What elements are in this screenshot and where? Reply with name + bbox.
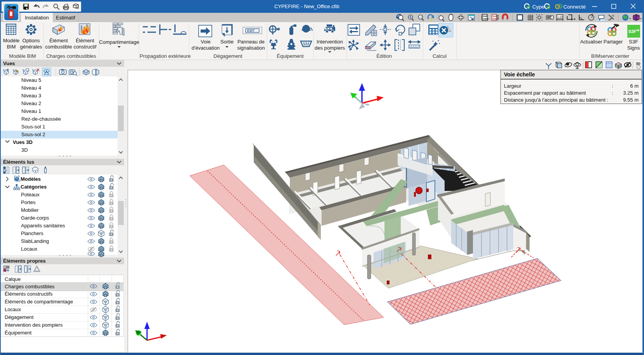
svg-text:Cype: Cype — [532, 4, 545, 10]
svg-text:Connecté: Connecté — [563, 4, 586, 10]
svg-text:1.00: 1.00 — [557, 16, 563, 18]
svg-text:DWG: DWG — [493, 18, 499, 20]
svg-text:×2: ×2 — [419, 16, 422, 19]
svg-text:DXF: DXF — [483, 15, 488, 17]
svg-text:3D: 3D — [636, 62, 641, 66]
svg-text:DWG: DWG — [483, 18, 489, 20]
svg-text:S3F: S3F — [628, 29, 636, 34]
svg-text:EXIT: EXIT — [247, 29, 255, 33]
svg-text:?: ? — [637, 16, 639, 20]
